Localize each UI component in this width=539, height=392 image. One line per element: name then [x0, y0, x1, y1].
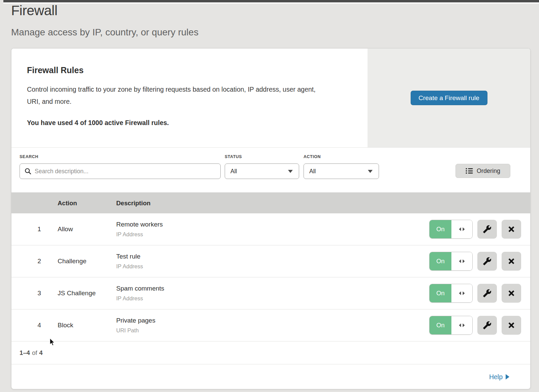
card-heading: Firewall Rules	[27, 65, 352, 75]
table-row: 1 Allow Remote workers IP Address On	[11, 213, 530, 245]
wrench-icon	[483, 321, 492, 330]
rule-enabled-toggle[interactable]: On	[429, 316, 473, 335]
ordering-button[interactable]: Ordering	[455, 164, 510, 178]
rule-match-type: IP Address	[116, 231, 430, 238]
ordering-button-label: Ordering	[477, 168, 500, 175]
close-icon	[508, 225, 515, 233]
caret-down-icon	[368, 170, 373, 173]
rule-action-value: Allow	[58, 225, 116, 233]
rule-description: Test rule	[116, 253, 430, 260]
rule-action-value: Block	[58, 322, 116, 329]
filter-bar: SEARCH STATUS All ACTION All Ordering	[11, 148, 530, 192]
rule-action-value: Challenge	[58, 258, 116, 265]
close-icon	[508, 258, 515, 265]
close-icon	[508, 290, 515, 297]
action-selected-value: All	[309, 168, 316, 175]
toggle-on-label[interactable]: On	[430, 284, 451, 302]
search-field[interactable]	[20, 163, 221, 179]
edit-rule-button[interactable]	[477, 316, 497, 335]
mouse-cursor	[49, 338, 56, 346]
column-header-description: Description	[116, 200, 430, 207]
action-label: ACTION	[304, 154, 321, 159]
rule-match-type: IP Address	[116, 263, 430, 270]
help-arrow-icon	[506, 374, 509, 380]
search-label: SEARCH	[20, 154, 38, 159]
pagination-total: 4	[39, 349, 42, 357]
firewall-rules-card: Firewall Rules Control incoming traffic …	[11, 48, 531, 389]
delete-rule-button[interactable]	[502, 316, 521, 335]
window-edge-highlight	[3, 2, 539, 4]
toggle-on-label[interactable]: On	[430, 316, 451, 334]
table-body: 1 Allow Remote workers IP Address On	[11, 213, 530, 341]
edit-rule-button[interactable]	[477, 284, 497, 303]
card-footer: Help	[11, 364, 530, 389]
window-edge-strip	[3, 0, 539, 2]
toggle-on-label[interactable]: On	[430, 220, 451, 238]
rule-controls: On	[430, 316, 530, 335]
hero-text-block: Firewall Rules Control incoming traffic …	[11, 49, 368, 147]
delete-rule-button[interactable]	[502, 284, 521, 303]
pagination-of: of	[32, 349, 37, 357]
rule-controls: On	[430, 220, 530, 239]
edit-rule-button[interactable]	[477, 252, 497, 271]
rule-description-cell: Spam comments IP Address	[116, 285, 430, 302]
hero-section: Firewall Rules Control incoming traffic …	[11, 49, 530, 148]
toggle-handle[interactable]	[451, 252, 472, 270]
toggle-handle[interactable]	[451, 220, 472, 238]
toggle-arrows-icon	[458, 227, 466, 232]
rule-priority-number: 4	[11, 322, 58, 329]
rule-controls: On	[430, 252, 530, 271]
edit-rule-button[interactable]	[477, 220, 497, 239]
rule-description: Private pages	[116, 317, 430, 324]
toggle-arrows-icon	[458, 323, 466, 328]
rule-enabled-toggle[interactable]: On	[429, 220, 473, 239]
search-input[interactable]	[35, 164, 220, 179]
delete-rule-button[interactable]	[502, 220, 521, 239]
rule-match-type: IP Address	[116, 295, 430, 302]
toggle-arrows-icon	[458, 259, 466, 264]
rule-description: Spam comments	[116, 285, 430, 292]
rule-match-type: URI Path	[116, 327, 430, 334]
rule-description-cell: Private pages URI Path	[116, 317, 430, 334]
table-row: 4 Block Private pages URI Path On	[11, 309, 530, 341]
rule-description: Remote workers	[116, 221, 430, 228]
wrench-icon	[483, 289, 492, 298]
page-title: Firewall	[11, 3, 57, 19]
toggle-handle[interactable]	[451, 316, 472, 334]
create-firewall-rule-button[interactable]: Create a Firewall rule	[411, 91, 487, 105]
toggle-arrows-icon	[458, 291, 466, 296]
rule-priority-number: 2	[11, 258, 58, 265]
pagination-range: 1–4	[20, 349, 30, 357]
rule-enabled-toggle[interactable]: On	[429, 284, 473, 303]
card-description: Control incoming traffic to your zone by…	[27, 83, 330, 108]
status-label: STATUS	[225, 154, 242, 159]
toggle-handle[interactable]	[451, 284, 472, 302]
wrench-icon	[483, 257, 492, 266]
rule-enabled-toggle[interactable]: On	[429, 252, 473, 271]
search-icon	[25, 168, 31, 175]
column-header-action: Action	[58, 200, 116, 207]
help-link-label: Help	[489, 373, 503, 381]
rule-action-value: JS Challenge	[58, 290, 116, 297]
hero-aside-panel: Create a Firewall rule	[368, 49, 530, 147]
status-selected-value: All	[230, 168, 237, 175]
rule-description-cell: Test rule IP Address	[116, 253, 430, 270]
usage-summary: You have used 4 of 1000 active Firewall …	[27, 119, 352, 127]
ordering-list-icon	[466, 168, 473, 174]
close-icon	[508, 322, 515, 329]
status-select[interactable]: All	[225, 163, 299, 179]
table-row: 2 Challenge Test rule IP Address On	[11, 245, 530, 277]
page-subtitle: Manage access by IP, country, or query r…	[11, 27, 198, 38]
caret-down-icon	[288, 170, 293, 173]
action-select[interactable]: All	[304, 163, 379, 179]
pagination-bar: 1–4 of 4	[11, 341, 530, 364]
rule-controls: On	[430, 284, 530, 303]
rule-priority-number: 1	[11, 225, 58, 233]
help-link[interactable]: Help	[489, 373, 509, 381]
toggle-on-label[interactable]: On	[430, 252, 451, 270]
rule-description-cell: Remote workers IP Address	[116, 221, 430, 238]
table-row: 3 JS Challenge Spam comments IP Address …	[11, 277, 530, 309]
rule-priority-number: 3	[11, 290, 58, 297]
delete-rule-button[interactable]	[502, 252, 521, 271]
table-header-row: Action Description	[11, 192, 530, 213]
